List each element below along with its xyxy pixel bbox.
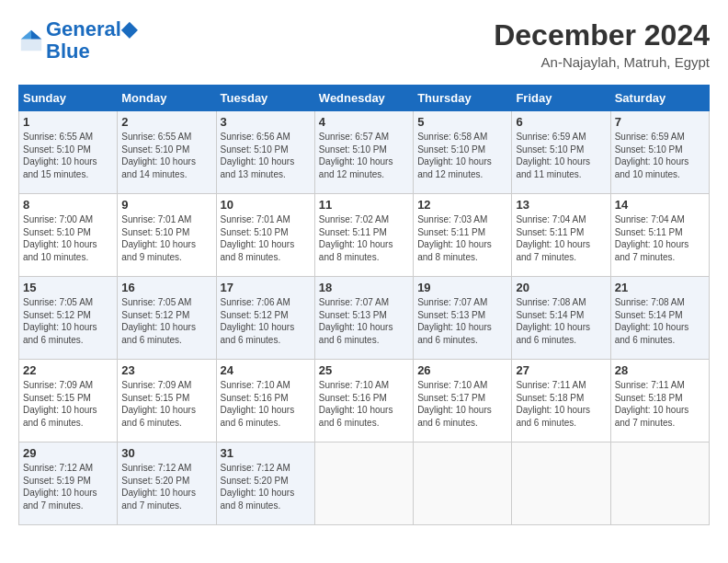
day-number: 10 (221, 198, 311, 212)
day-number: 17 (221, 281, 311, 294)
header-row: SundayMondayTuesdayWednesdayThursdayFrid… (19, 86, 710, 111)
day-number: 18 (319, 281, 409, 294)
day-number: 7 (615, 115, 705, 129)
day-number: 28 (615, 363, 705, 377)
day-number: 25 (319, 363, 409, 377)
day-info: Sunrise: 7:12 AM Sunset: 5:19 PM Dayligh… (23, 462, 113, 511)
day-number: 5 (417, 115, 507, 129)
day-info: Sunrise: 6:58 AM Sunset: 5:10 PM Dayligh… (417, 131, 507, 180)
day-number: 22 (23, 363, 113, 377)
day-info: Sunrise: 6:59 AM Sunset: 5:10 PM Dayligh… (516, 131, 606, 180)
calendar-cell (610, 442, 709, 525)
calendar-body: 1Sunrise: 6:55 AM Sunset: 5:10 PM Daylig… (19, 111, 710, 525)
calendar-cell: 28Sunrise: 7:11 AM Sunset: 5:18 PM Dayli… (610, 360, 709, 442)
calendar-cell: 5Sunrise: 6:58 AM Sunset: 5:10 PM Daylig… (414, 111, 512, 194)
day-number: 6 (516, 115, 606, 129)
day-number: 21 (615, 281, 705, 294)
day-info: Sunrise: 7:05 AM Sunset: 5:12 PM Dayligh… (23, 296, 113, 346)
calendar-cell: 6Sunrise: 6:59 AM Sunset: 5:10 PM Daylig… (512, 111, 610, 194)
day-info: Sunrise: 7:04 AM Sunset: 5:11 PM Dayligh… (615, 213, 705, 263)
calendar-cell: 21Sunrise: 7:08 AM Sunset: 5:14 PM Dayli… (610, 277, 709, 360)
calendar-cell: 12Sunrise: 7:03 AM Sunset: 5:11 PM Dayli… (414, 194, 512, 277)
day-number: 31 (221, 446, 311, 460)
page-header: General◆ Blue December 2024 An-Najaylah,… (18, 18, 710, 70)
calendar-cell: 17Sunrise: 7:06 AM Sunset: 5:12 PM Dayli… (216, 277, 314, 360)
calendar-cell: 31Sunrise: 7:12 AM Sunset: 5:20 PM Dayli… (216, 442, 314, 525)
calendar-cell: 23Sunrise: 7:09 AM Sunset: 5:15 PM Dayli… (118, 360, 216, 442)
day-number: 8 (23, 198, 113, 212)
calendar-cell: 7Sunrise: 6:59 AM Sunset: 5:10 PM Daylig… (610, 111, 709, 194)
day-info: Sunrise: 7:08 AM Sunset: 5:14 PM Dayligh… (615, 296, 705, 346)
logo-blue-dot: ◆ (121, 17, 137, 40)
day-number: 16 (121, 281, 211, 294)
day-info: Sunrise: 7:07 AM Sunset: 5:13 PM Dayligh… (417, 296, 507, 346)
day-info: Sunrise: 7:08 AM Sunset: 5:14 PM Dayligh… (516, 296, 606, 346)
calendar-cell: 2Sunrise: 6:55 AM Sunset: 5:10 PM Daylig… (118, 111, 216, 194)
weekday-header: Friday (512, 86, 610, 111)
logo: General◆ Blue (18, 18, 137, 63)
day-info: Sunrise: 6:56 AM Sunset: 5:10 PM Dayligh… (221, 131, 311, 180)
day-number: 3 (221, 115, 311, 129)
day-info: Sunrise: 7:01 AM Sunset: 5:10 PM Dayligh… (221, 213, 311, 263)
day-info: Sunrise: 7:01 AM Sunset: 5:10 PM Dayligh… (121, 213, 211, 263)
calendar-cell: 30Sunrise: 7:12 AM Sunset: 5:20 PM Dayli… (118, 442, 216, 525)
day-info: Sunrise: 7:10 AM Sunset: 5:16 PM Dayligh… (319, 379, 409, 429)
calendar-cell: 20Sunrise: 7:08 AM Sunset: 5:14 PM Dayli… (512, 277, 610, 360)
logo-icon (18, 28, 44, 53)
day-number: 23 (121, 363, 211, 377)
day-info: Sunrise: 7:11 AM Sunset: 5:18 PM Dayligh… (615, 379, 705, 429)
day-info: Sunrise: 7:02 AM Sunset: 5:11 PM Dayligh… (319, 213, 409, 263)
weekday-header: Tuesday (216, 86, 314, 111)
day-number: 20 (516, 281, 606, 294)
day-info: Sunrise: 7:06 AM Sunset: 5:12 PM Dayligh… (221, 296, 311, 346)
calendar-cell (414, 442, 512, 525)
day-number: 9 (121, 198, 211, 212)
day-info: Sunrise: 7:09 AM Sunset: 5:15 PM Dayligh… (121, 379, 211, 429)
calendar-cell: 10Sunrise: 7:01 AM Sunset: 5:10 PM Dayli… (216, 194, 314, 277)
day-info: Sunrise: 6:57 AM Sunset: 5:10 PM Dayligh… (319, 131, 409, 180)
calendar-cell: 4Sunrise: 6:57 AM Sunset: 5:10 PM Daylig… (314, 111, 413, 194)
day-info: Sunrise: 6:55 AM Sunset: 5:10 PM Dayligh… (121, 131, 211, 180)
day-number: 13 (516, 198, 606, 212)
weekday-header: Wednesday (314, 86, 413, 111)
calendar-table: SundayMondayTuesdayWednesdayThursdayFrid… (18, 85, 710, 525)
day-info: Sunrise: 7:07 AM Sunset: 5:13 PM Dayligh… (319, 296, 409, 346)
day-info: Sunrise: 7:04 AM Sunset: 5:11 PM Dayligh… (516, 213, 606, 263)
day-number: 4 (319, 115, 409, 129)
day-number: 24 (221, 363, 311, 377)
calendar-week-row: 8Sunrise: 7:00 AM Sunset: 5:10 PM Daylig… (19, 194, 710, 277)
day-info: Sunrise: 7:05 AM Sunset: 5:12 PM Dayligh… (121, 296, 211, 346)
calendar-cell: 19Sunrise: 7:07 AM Sunset: 5:13 PM Dayli… (414, 277, 512, 360)
calendar-cell: 11Sunrise: 7:02 AM Sunset: 5:11 PM Dayli… (314, 194, 413, 277)
day-info: Sunrise: 6:55 AM Sunset: 5:10 PM Dayligh… (23, 131, 113, 180)
calendar-cell: 26Sunrise: 7:10 AM Sunset: 5:17 PM Dayli… (414, 360, 512, 442)
calendar-cell: 22Sunrise: 7:09 AM Sunset: 5:15 PM Dayli… (19, 360, 118, 442)
day-number: 30 (121, 446, 211, 460)
logo-line2: Blue (46, 40, 137, 63)
day-info: Sunrise: 7:11 AM Sunset: 5:18 PM Dayligh… (516, 379, 606, 429)
day-info: Sunrise: 7:00 AM Sunset: 5:10 PM Dayligh… (23, 213, 113, 263)
day-number: 2 (121, 115, 211, 129)
calendar-cell: 29Sunrise: 7:12 AM Sunset: 5:19 PM Dayli… (19, 442, 118, 525)
calendar-cell: 15Sunrise: 7:05 AM Sunset: 5:12 PM Dayli… (19, 277, 118, 360)
calendar-week-row: 29Sunrise: 7:12 AM Sunset: 5:19 PM Dayli… (19, 442, 710, 525)
day-info: Sunrise: 7:10 AM Sunset: 5:17 PM Dayligh… (417, 379, 507, 429)
calendar-header: SundayMondayTuesdayWednesdayThursdayFrid… (19, 86, 710, 111)
calendar-week-row: 1Sunrise: 6:55 AM Sunset: 5:10 PM Daylig… (19, 111, 710, 194)
weekday-header: Thursday (414, 86, 512, 111)
day-info: Sunrise: 7:03 AM Sunset: 5:11 PM Dayligh… (417, 213, 507, 263)
calendar-cell: 3Sunrise: 6:56 AM Sunset: 5:10 PM Daylig… (216, 111, 314, 194)
calendar-cell: 24Sunrise: 7:10 AM Sunset: 5:16 PM Dayli… (216, 360, 314, 442)
calendar-cell: 18Sunrise: 7:07 AM Sunset: 5:13 PM Dayli… (314, 277, 413, 360)
day-info: Sunrise: 6:59 AM Sunset: 5:10 PM Dayligh… (615, 131, 705, 180)
calendar-week-row: 15Sunrise: 7:05 AM Sunset: 5:12 PM Dayli… (19, 277, 710, 360)
calendar-cell: 14Sunrise: 7:04 AM Sunset: 5:11 PM Dayli… (610, 194, 709, 277)
day-number: 15 (23, 281, 113, 294)
calendar-cell: 9Sunrise: 7:01 AM Sunset: 5:10 PM Daylig… (118, 194, 216, 277)
calendar-week-row: 22Sunrise: 7:09 AM Sunset: 5:15 PM Dayli… (19, 360, 710, 442)
logo-text: General◆ Blue (46, 18, 137, 63)
day-info: Sunrise: 7:10 AM Sunset: 5:16 PM Dayligh… (221, 379, 311, 429)
calendar-cell (512, 442, 610, 525)
day-number: 14 (615, 198, 705, 212)
calendar-cell: 8Sunrise: 7:00 AM Sunset: 5:10 PM Daylig… (19, 194, 118, 277)
